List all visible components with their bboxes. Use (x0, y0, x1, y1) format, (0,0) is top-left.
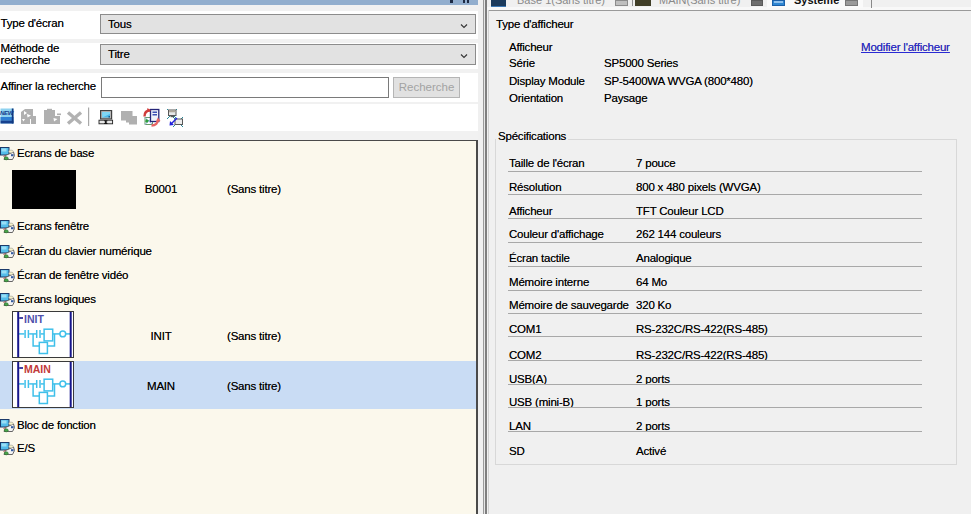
svg-text:MAIN: MAIN (24, 363, 51, 375)
svg-text:INIT: INIT (24, 313, 44, 325)
svg-text:NEW: NEW (0, 110, 15, 116)
